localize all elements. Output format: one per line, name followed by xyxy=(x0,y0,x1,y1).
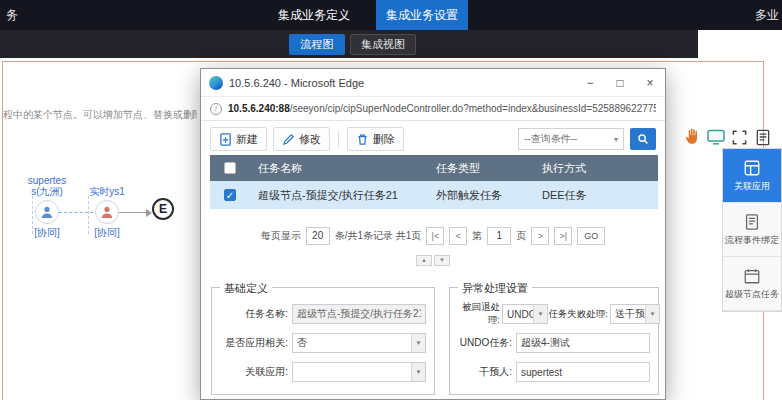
chevron-down-icon: ▾ xyxy=(411,334,425,352)
panel-item-label: 关联应用 xyxy=(734,180,770,193)
row-checkbox-cell: ✓ xyxy=(210,189,250,201)
form-row: 干预人: xyxy=(454,362,650,382)
list-toolbar: 新建 修改 删除 --查询条件-- ▾ xyxy=(210,127,656,151)
node-label: supertes xyxy=(16,175,78,186)
node-label: s(九洲) xyxy=(16,186,78,197)
modify-button[interactable]: 修改 xyxy=(273,127,330,151)
row-checkbox[interactable]: ✓ xyxy=(224,189,236,201)
rollback-label: 被回退处理: xyxy=(452,301,500,327)
page-url: 10.5.6.240:88/seeyon/cip/cipSuperNodeCon… xyxy=(228,103,656,114)
chevron-down-icon: ▾ xyxy=(411,363,425,381)
fit-selection-icon[interactable] xyxy=(731,129,748,150)
sub-nav-bar xyxy=(0,30,698,58)
app-related-select[interactable]: 否 ▾ xyxy=(292,333,426,353)
basic-definition-fieldset: 基础定义 任务名称: 是否应用相关: 否 ▾ 关联应用: ▾ xyxy=(211,287,435,395)
flow-node-realtime-ys1[interactable]: 实时ys1 [协同] xyxy=(80,186,134,240)
form-row: 是否应用相关: 否 ▾ xyxy=(216,333,426,353)
tab-integration-business-settings[interactable]: 集成业务设置 xyxy=(376,0,468,30)
go-button[interactable]: GO xyxy=(577,227,605,245)
fail-handling-label: 任务失败处理: xyxy=(548,308,608,321)
address-bar: i 10.5.6.240:88/seeyon/cip/cipSuperNodeC… xyxy=(201,97,665,121)
per-page-select[interactable]: 20 xyxy=(306,227,330,245)
site-info-icon[interactable]: i xyxy=(210,103,222,115)
panel-item-super-node-task[interactable]: 超级节点任务 xyxy=(723,257,781,311)
node-label: 实时ys1 xyxy=(80,186,134,197)
fail-handling-select[interactable]: 送干预人 ▾ xyxy=(610,304,660,324)
integration-view-button[interactable]: 集成视图 xyxy=(350,34,416,55)
search-icon xyxy=(637,133,649,145)
prev-page-button[interactable]: < xyxy=(449,227,467,245)
form-row: 任务名称: xyxy=(216,304,426,324)
col-task-type: 任务类型 xyxy=(428,161,534,176)
monitor-view-icon[interactable] xyxy=(707,129,725,149)
minimize-button[interactable]: − xyxy=(575,69,605,97)
app-related-label: 是否应用相关: xyxy=(216,336,288,350)
handler-input[interactable] xyxy=(516,362,650,382)
new-button[interactable]: 新建 xyxy=(210,127,267,151)
trash-icon xyxy=(356,133,369,146)
flow-end-node[interactable]: E xyxy=(152,198,174,220)
form-row: UNDO任务: xyxy=(454,333,650,353)
node-tag: [协同] xyxy=(16,226,78,240)
task-name-label: 任务名称: xyxy=(216,307,288,321)
page-suffix: 页 xyxy=(516,229,526,243)
person-icon xyxy=(35,200,59,224)
splitter-up-button[interactable]: ▲ xyxy=(416,255,432,266)
url-host: 10.5.6.240:88 xyxy=(228,103,290,114)
edge-browser-icon xyxy=(209,76,223,90)
pagination-bar: 每页显示 20 条/共1条记录 共1页 |< < 第 1 页 > >| GO xyxy=(201,227,665,245)
app-related-value: 否 xyxy=(293,336,411,350)
maximize-button[interactable]: □ xyxy=(605,69,635,97)
task-list-icon[interactable] xyxy=(755,129,771,150)
panel-item-process-event-binding[interactable]: 流程事件绑定 xyxy=(723,203,781,257)
chevron-down-icon: ▾ xyxy=(614,135,618,144)
cell-task-name: 超级节点-预提交/执行任务21 xyxy=(250,188,428,203)
task-table: 任务名称 任务类型 执行方式 ✓ 超级节点-预提交/执行任务21 外部触发任务 … xyxy=(210,155,658,209)
canvas-hint-text: 程中的某个节点。可以增加节点、替换或删除当前节点、复制 xyxy=(3,108,197,122)
flowchart-button[interactable]: 流程图 xyxy=(289,34,345,55)
chevron-down-icon: ▾ xyxy=(645,305,659,323)
top-nav-right-fragment: 多业 xyxy=(755,0,779,30)
top-nav-bar: 务 集成业务定义 集成业务设置 多业 xyxy=(0,0,782,30)
form-row: 被回退处理: UNDO ▾ 任务失败处理: 送干预人 ▾ xyxy=(452,304,656,324)
modify-button-label: 修改 xyxy=(299,132,321,147)
select-all-checkbox[interactable] xyxy=(224,162,236,174)
splitter-down-button[interactable]: ▼ xyxy=(434,255,450,266)
query-condition-select[interactable]: --查询条件-- ▾ xyxy=(518,128,624,150)
flow-node-supertest[interactable]: supertes s(九洲) [协同] xyxy=(16,175,78,240)
task-name-input[interactable] xyxy=(292,304,426,324)
pencil-icon xyxy=(282,133,295,146)
related-app-select[interactable]: ▾ xyxy=(292,362,426,382)
form-row: 关联应用: ▾ xyxy=(216,362,426,382)
next-page-button[interactable]: > xyxy=(531,227,549,245)
rollback-value: UNDO xyxy=(503,309,533,320)
close-button[interactable]: × xyxy=(635,69,665,97)
search-button[interactable] xyxy=(630,128,656,150)
undo-task-input[interactable] xyxy=(516,333,650,353)
col-task-name: 任务名称 xyxy=(250,161,428,176)
node-settings-panel: 关联应用 流程事件绑定 超级节点任务 xyxy=(722,148,782,312)
exception-settings-fieldset: 异常处理设置 被回退处理: UNDO ▾ 任务失败处理: 送干预人 ▾ UNDO… xyxy=(449,287,659,395)
hand-pan-icon[interactable] xyxy=(684,126,703,150)
delete-button[interactable]: 删除 xyxy=(347,127,404,151)
panel-item-related-app[interactable]: 关联应用 xyxy=(723,149,781,203)
delete-button-label: 删除 xyxy=(373,132,395,147)
page-number-input[interactable]: 1 xyxy=(487,227,511,245)
cell-task-type: 外部触发任务 xyxy=(428,188,534,203)
fieldset-legend: 基础定义 xyxy=(220,281,272,296)
table-header-row: 任务名称 任务类型 执行方式 xyxy=(210,155,658,181)
rollback-select[interactable]: UNDO ▾ xyxy=(502,304,548,324)
last-page-button[interactable]: >| xyxy=(554,227,572,245)
top-nav-left-fragment: 务 xyxy=(6,0,18,30)
new-button-label: 新建 xyxy=(236,132,258,147)
header-checkbox-cell xyxy=(210,162,250,174)
tab-integration-business-define[interactable]: 集成业务定义 xyxy=(252,0,376,30)
url-path: /seeyon/cip/cipSuperNodeController.do?me… xyxy=(290,103,656,114)
page-prefix: 第 xyxy=(472,229,482,243)
node-tag: [协同] xyxy=(80,226,134,240)
toolbar-divider xyxy=(338,131,339,147)
first-page-button[interactable]: |< xyxy=(426,227,444,245)
table-row[interactable]: ✓ 超级节点-预提交/执行任务21 外部触发任务 DEE任务 xyxy=(210,181,658,209)
person-icon xyxy=(95,200,119,224)
fieldset-legend: 异常处理设置 xyxy=(458,281,532,296)
